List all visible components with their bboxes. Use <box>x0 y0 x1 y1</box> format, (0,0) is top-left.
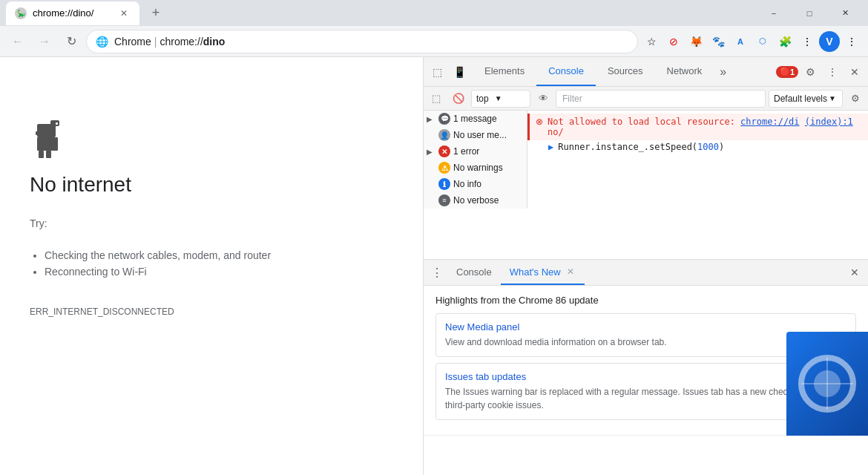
whatsnew-dot-menu[interactable]: ⋮ <box>427 262 447 283</box>
error-text: Not allowed to load local resource: chro… <box>548 117 853 127</box>
whatsnew-console-tab[interactable]: Console <box>447 260 501 285</box>
console-tab-label: Console <box>456 266 492 278</box>
devtools-tabs: Elements Console Sources Network » <box>473 57 732 86</box>
filter-warnings-label: No warnings <box>453 163 524 173</box>
dino-area: No internet Try: Checking the network ca… <box>30 117 393 317</box>
extension-3[interactable]: 🐾 <box>708 31 729 52</box>
extension-4[interactable]: A <box>730 31 751 52</box>
info-icon: ℹ <box>438 178 450 190</box>
chrome-menu-button[interactable]: ⋮ <box>797 31 818 52</box>
whatsnew-active-tab[interactable]: What's New ✕ <box>501 260 585 285</box>
devtools-topbar: ⬚ 📱 Elements Console Sources Network » 🔴… <box>424 57 868 87</box>
whatsnew-content-area: Highlights from the Chrome 86 update New… <box>424 286 868 436</box>
filter-user[interactable]: 👤 No user me... <box>424 127 527 143</box>
error-content-area: ⊗ Not allowed to load local resource: ch… <box>527 111 868 209</box>
suggestion-2: Reconnecting to Wi-Fi <box>45 263 393 280</box>
browser-tab[interactable]: 🦕 chrome://dino/ ✕ <box>6 1 139 25</box>
tab-elements[interactable]: Elements <box>473 57 536 86</box>
svg-rect-4 <box>39 151 44 158</box>
extension-1[interactable]: ⊘ <box>663 31 684 52</box>
svg-rect-1 <box>50 120 59 126</box>
address-chrome-part: Chrome <box>114 36 151 48</box>
address-url: chrome://dino <box>160 36 225 48</box>
security-icon: 🌐 <box>96 36 108 48</box>
filter-error[interactable]: ▶ ✕ 1 error <box>424 143 527 160</box>
error-message-row[interactable]: ⊗ Not allowed to load local resource: ch… <box>527 114 868 140</box>
context-value: top <box>476 94 489 104</box>
minimize-button[interactable]: − <box>757 0 791 26</box>
extension-2[interactable]: 🦊 <box>685 31 706 52</box>
svg-rect-2 <box>56 122 58 125</box>
sidebar-toggle-button[interactable]: ⬚ <box>427 89 446 108</box>
filter-info-label: No info <box>453 179 524 189</box>
tab-console[interactable]: Console <box>536 57 596 86</box>
devtools-close-button[interactable]: ✕ <box>844 62 865 82</box>
device-toggle-button[interactable]: 📱 <box>449 62 470 82</box>
try-label: Try: <box>30 217 393 229</box>
source-link[interactable]: (index):1 <box>805 117 853 127</box>
filter-error-label: 1 error <box>453 146 524 157</box>
content-area: No internet Try: Checking the network ca… <box>0 57 868 475</box>
profile-button[interactable]: V <box>819 31 840 52</box>
devtools-more-button[interactable]: ⋮ <box>822 62 843 82</box>
filter-info[interactable]: ℹ No info <box>424 176 527 192</box>
filter-1-label: 1 message <box>453 114 524 124</box>
main-page: No internet Try: Checking the network ca… <box>0 57 423 475</box>
tab-network[interactable]: Network <box>655 57 714 86</box>
console-settings-button[interactable]: ⚙ <box>846 89 865 108</box>
error-code: ERR_INTERNET_DISCONNECTED <box>30 307 393 317</box>
close-button[interactable]: ✕ <box>828 0 862 26</box>
new-tab-button[interactable]: + <box>145 3 166 24</box>
error-icon-circle: ⊗ <box>536 117 543 127</box>
svg-rect-3 <box>37 137 58 151</box>
dino-icon <box>30 117 74 161</box>
maximize-button[interactable]: □ <box>792 0 826 26</box>
address-bar[interactable]: 🌐 Chrome|chrome://dino <box>86 30 638 53</box>
error-message-text: Not allowed to load local resource: chro… <box>548 117 853 137</box>
message-filter-list: ▶ 💬 1 message 👤 No user me... ▶ ✕ <box>424 111 527 209</box>
warn-icon: ⚠ <box>438 162 450 174</box>
filter-input[interactable] <box>556 90 766 108</box>
filter-user-label: No user me... <box>453 130 524 140</box>
back-button[interactable]: ← <box>6 30 30 53</box>
no-internet-heading: No internet <box>30 173 393 197</box>
extension-5[interactable]: ⬡ <box>752 31 773 52</box>
eye-icon-button[interactable]: 👁 <box>533 89 553 108</box>
address-separator: | <box>154 36 157 48</box>
more-button[interactable]: ⋮ <box>841 31 862 52</box>
log-levels-selector[interactable]: Default levels ▼ <box>769 90 843 108</box>
tab-close-button[interactable]: ✕ <box>117 7 131 20</box>
devtools-settings-button[interactable]: ⚙ <box>800 62 821 82</box>
filter-1-message[interactable]: ▶ 💬 1 message <box>424 111 527 127</box>
error-link[interactable]: chrome://di <box>740 117 799 127</box>
extensions-button[interactable]: 🧩 <box>775 31 795 52</box>
tab-favicon-icon: 🦕 <box>17 10 25 17</box>
address-text: Chrome|chrome://dino <box>114 36 628 48</box>
suggestions-list: Checking the network cables, modem, and … <box>45 247 393 280</box>
runner-speed-value: 1000 <box>697 142 719 152</box>
refresh-button[interactable]: ↻ <box>59 30 83 53</box>
chrome-decorative-image <box>786 332 868 436</box>
bookmark-button[interactable]: ☆ <box>641 31 662 52</box>
clear-console-button[interactable]: 🚫 <box>449 89 468 108</box>
tab-favicon: 🦕 <box>15 7 27 19</box>
tab-sources[interactable]: Sources <box>596 57 655 86</box>
chrome-window: 🦕 chrome://dino/ ✕ + − □ ✕ ← → ↻ 🌐 Chrom… <box>0 0 868 475</box>
filter-verbose-label: No verbose <box>453 195 524 206</box>
arrow-icon-3: ▶ <box>427 148 438 156</box>
forward-button[interactable]: → <box>33 30 56 53</box>
levels-label: Default levels <box>774 94 827 104</box>
title-bar: 🦕 chrome://dino/ ✕ + − □ ✕ <box>0 0 868 26</box>
filter-warnings[interactable]: ⚠ No warnings <box>424 160 527 176</box>
whatsnew-tab-close[interactable]: ✕ <box>565 266 576 277</box>
whatsnew-close-button[interactable]: ✕ <box>844 262 865 283</box>
suggestion-1: Checking the network cables, modem, and … <box>45 247 393 263</box>
context-selector[interactable]: top ▼ <box>471 90 530 108</box>
devtools-more-tabs[interactable]: » <box>714 57 732 86</box>
chevron-down-icon: ▼ <box>495 94 502 102</box>
filter-verbose[interactable]: ≡ No verbose <box>424 192 527 209</box>
messages-dropdown-panel: ▶ 💬 1 message 👤 No user me... ▶ ✕ <box>424 111 868 209</box>
runner-command-row: ▶ Runner.instance_.setSpeed(1000) <box>527 140 868 154</box>
error-count-badge: 🔴 1 <box>776 66 798 78</box>
inspect-element-button[interactable]: ⬚ <box>427 62 447 82</box>
